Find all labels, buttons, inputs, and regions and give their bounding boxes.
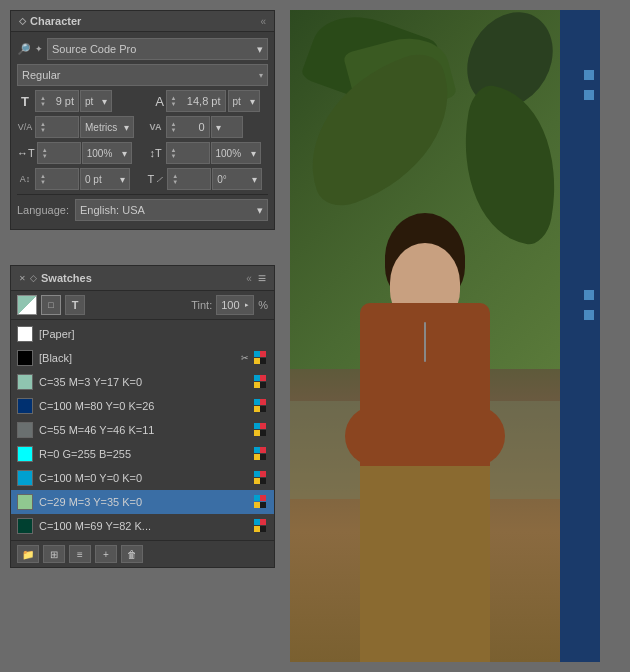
double-arrow-icon: « bbox=[260, 16, 266, 27]
photo-container bbox=[290, 10, 560, 662]
swatch-name: C=29 M=3 Y=35 K=0 bbox=[39, 496, 248, 508]
cmyk-icon bbox=[254, 471, 268, 485]
swatches-close-icon[interactable]: ✕ bbox=[19, 274, 26, 283]
character-panel-header: ◇ Character « bbox=[11, 11, 274, 32]
grid-icon: ⊞ bbox=[50, 549, 58, 560]
baseline-skew-row: A↕ ▲▼ 0 pt ▾ T⟋ ▲▼ bbox=[17, 168, 268, 190]
tracking-arrow: ▾ bbox=[124, 122, 129, 133]
leading-field[interactable]: ▲▼ 14,8 pt bbox=[166, 90, 226, 112]
skew-updown[interactable]: ▲▼ bbox=[172, 173, 178, 185]
kerning-updown[interactable]: ▲▼ bbox=[171, 121, 177, 133]
tint-field[interactable]: 100 ▸ bbox=[216, 295, 254, 315]
font-style-dropdown[interactable]: Regular ▾ bbox=[17, 64, 268, 86]
scale-v-field[interactable]: ▲▼ bbox=[166, 142, 210, 164]
swatch-stroke-btn[interactable]: □ bbox=[41, 295, 61, 315]
swatch-row[interactable]: [Paper] bbox=[11, 322, 274, 346]
swatch-row[interactable]: R=0 G=255 B=255 bbox=[11, 442, 274, 466]
canvas-area bbox=[290, 10, 600, 662]
delete-swatch-btn[interactable]: 🗑 bbox=[121, 545, 143, 563]
new-color-group-btn[interactable]: 📁 bbox=[17, 545, 39, 563]
baseline-dropdown[interactable]: 0 pt ▾ bbox=[80, 168, 130, 190]
swatches-collapse-icon[interactable]: ◇ bbox=[30, 273, 37, 283]
swatch-color-box bbox=[17, 494, 33, 510]
language-row: Language: English: USA ▾ bbox=[17, 199, 268, 221]
swatch-action-icons bbox=[254, 375, 268, 389]
swatch-row[interactable]: [Black]✂ bbox=[11, 346, 274, 370]
kerning-unit-dropdown[interactable]: ▾ bbox=[211, 116, 243, 138]
swatch-name: R=0 G=255 B=255 bbox=[39, 448, 248, 460]
swatch-name: C=100 M=0 Y=0 K=0 bbox=[39, 472, 248, 484]
scale-h-dropdown[interactable]: 100% ▾ bbox=[82, 142, 132, 164]
panel-collapse-icon[interactable]: ◇ bbox=[19, 16, 26, 26]
character-panel: ◇ Character « 🔎 ✦ Source Code Pro ▾ Regu… bbox=[10, 10, 275, 230]
leading-updown[interactable]: ▲▼ bbox=[171, 95, 177, 107]
baseline-updown[interactable]: ▲▼ bbox=[40, 173, 46, 185]
leading-arrow: ▾ bbox=[250, 96, 255, 107]
swatch-row[interactable]: C=100 M=69 Y=82 K... bbox=[11, 514, 274, 538]
swatch-row[interactable]: C=35 M=3 Y=17 K=0 bbox=[11, 370, 274, 394]
grid-view-btn[interactable]: ⊞ bbox=[43, 545, 65, 563]
font-size-value: 9 pt bbox=[56, 95, 74, 107]
scissors-icon: ✂ bbox=[238, 351, 252, 365]
skew-arrow: ▾ bbox=[252, 174, 257, 185]
scale-v-icon: ↕T bbox=[148, 147, 164, 159]
scale-h-field[interactable]: ▲▼ bbox=[37, 142, 81, 164]
swatch-color-box bbox=[17, 374, 33, 390]
folder-icon: 📁 bbox=[22, 549, 34, 560]
blue-dot-2 bbox=[584, 90, 594, 100]
blue-dot-3 bbox=[584, 290, 594, 300]
trash-icon: 🗑 bbox=[127, 549, 137, 560]
tracking-field[interactable]: ▲▼ bbox=[35, 116, 79, 138]
swatch-row[interactable]: C=29 M=3 Y=35 K=0 bbox=[11, 490, 274, 514]
font-name-dropdown[interactable]: Source Code Pro ▾ bbox=[47, 38, 268, 60]
swatch-fill-icon[interactable] bbox=[17, 295, 37, 315]
swatch-text-icon: T bbox=[72, 299, 79, 311]
add-swatch-btn[interactable]: + bbox=[95, 545, 117, 563]
baseline-field[interactable]: ▲▼ bbox=[35, 168, 79, 190]
swatches-footer: 📁 ⊞ ≡ + 🗑 bbox=[11, 540, 274, 567]
language-dropdown[interactable]: English: USA ▾ bbox=[75, 199, 268, 221]
swatches-dots-icon[interactable]: ≡ bbox=[258, 270, 266, 286]
scale-v-group: ↕T ▲▼ 100% ▾ bbox=[148, 142, 269, 164]
language-label: Language: bbox=[17, 204, 69, 216]
size-unit: pt bbox=[85, 96, 93, 107]
blue-sidebar bbox=[560, 10, 600, 662]
scale-h-updown[interactable]: ▲▼ bbox=[42, 147, 48, 159]
scale-v-dropdown[interactable]: 100% ▾ bbox=[211, 142, 261, 164]
tracking-value: Metrics bbox=[85, 122, 117, 133]
size-unit-dropdown[interactable]: pt ▾ bbox=[80, 90, 112, 112]
swatch-action-icons: ✂ bbox=[238, 351, 268, 365]
swatch-row[interactable]: C=55 M=46 Y=46 K=11 bbox=[11, 418, 274, 442]
font-style-row: Regular ▾ bbox=[17, 64, 268, 86]
skew-value: 0° bbox=[217, 174, 227, 185]
tracking-dropdown[interactable]: Metrics ▾ bbox=[80, 116, 134, 138]
swatch-row[interactable]: C=100 M=80 Y=0 K=26 bbox=[11, 394, 274, 418]
swatch-name: C=55 M=46 Y=46 K=11 bbox=[39, 424, 248, 436]
font-search-icon: 🔎 bbox=[17, 43, 31, 56]
swatches-toolbar: □ T Tint: 100 ▸ % bbox=[11, 291, 274, 320]
scale-row: ↔T ▲▼ 100% ▾ ↕T ▲▼ bbox=[17, 142, 268, 164]
swatch-action-icons bbox=[254, 423, 268, 437]
kerning-field[interactable]: ▲▼ 0 bbox=[166, 116, 210, 138]
list-view-btn[interactable]: ≡ bbox=[69, 545, 91, 563]
swatch-stroke-icon: □ bbox=[48, 300, 53, 310]
leading-unit-dropdown[interactable]: pt ▾ bbox=[228, 90, 260, 112]
swatch-text-btn[interactable]: T bbox=[65, 295, 85, 315]
tracking-kerning-row: V/A ▲▼ Metrics ▾ VA ▲▼ 0 bbox=[17, 116, 268, 138]
skew-field[interactable]: ▲▼ bbox=[167, 168, 211, 190]
character-panel-title-group: ◇ Character bbox=[19, 15, 81, 27]
style-dropdown-arrow: ▾ bbox=[259, 71, 263, 80]
swatch-name: C=100 M=69 Y=82 K... bbox=[39, 520, 248, 532]
skew-dropdown[interactable]: 0° ▾ bbox=[212, 168, 262, 190]
cmyk-icon bbox=[254, 519, 268, 533]
tracking-updown[interactable]: ▲▼ bbox=[40, 121, 46, 133]
tint-arrow: ▸ bbox=[245, 301, 249, 309]
size-updown[interactable]: ▲▼ bbox=[40, 95, 46, 107]
scale-v-arrow: ▾ bbox=[251, 148, 256, 159]
swatch-row[interactable]: C=100 M=0 Y=0 K=0 bbox=[11, 466, 274, 490]
scale-h-arrow: ▾ bbox=[122, 148, 127, 159]
swatch-action-icons bbox=[254, 519, 268, 533]
font-size-field[interactable]: ▲▼ 9 pt bbox=[35, 90, 79, 112]
scale-v-updown[interactable]: ▲▼ bbox=[171, 147, 177, 159]
skew-group: T⟋ ▲▼ 0° ▾ bbox=[148, 168, 269, 190]
